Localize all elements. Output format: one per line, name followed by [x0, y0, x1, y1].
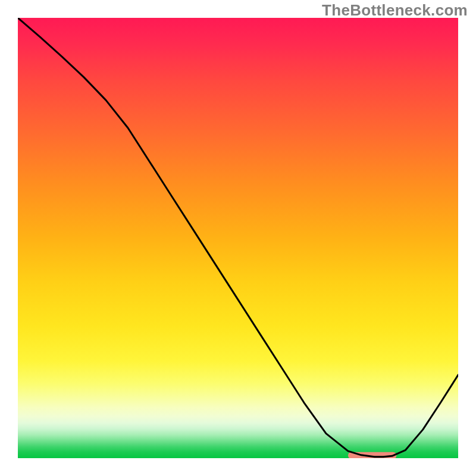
plot-area [18, 18, 458, 458]
chart-stage: TheBottleneck.com [0, 0, 476, 476]
watermark-text: TheBottleneck.com [322, 1, 468, 20]
curve-layer [18, 18, 458, 458]
bottleneck-curve-path [18, 18, 458, 457]
